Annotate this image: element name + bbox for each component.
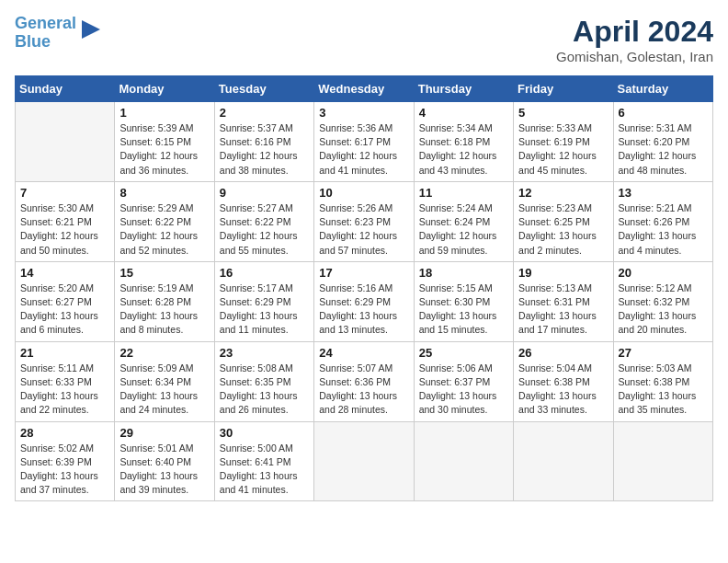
calendar-day: 29Sunrise: 5:01 AMSunset: 6:40 PMDayligh… — [115, 421, 214, 501]
day-of-week-header: Saturday — [613, 76, 712, 102]
day-number: 15 — [119, 266, 209, 280]
calendar-day: 10Sunrise: 5:26 AMSunset: 6:23 PMDayligh… — [314, 181, 414, 261]
day-info: Sunrise: 5:08 AMSunset: 6:35 PMDaylight:… — [220, 362, 309, 418]
calendar-day: 5Sunrise: 5:33 AMSunset: 6:19 PMDaylight… — [514, 102, 613, 182]
calendar-day: 4Sunrise: 5:34 AMSunset: 6:18 PMDaylight… — [414, 102, 513, 182]
day-info: Sunrise: 5:04 AMSunset: 6:38 PMDaylight:… — [518, 362, 608, 418]
svg-marker-0 — [82, 20, 100, 39]
day-info: Sunrise: 5:00 AMSunset: 6:41 PMDaylight:… — [220, 442, 309, 498]
calendar-day — [314, 421, 414, 501]
calendar-day: 26Sunrise: 5:04 AMSunset: 6:38 PMDayligh… — [514, 341, 613, 421]
day-info: Sunrise: 5:19 AMSunset: 6:28 PMDaylight:… — [119, 282, 209, 338]
calendar-day: 22Sunrise: 5:09 AMSunset: 6:34 PMDayligh… — [115, 341, 214, 421]
day-info: Sunrise: 5:31 AMSunset: 6:20 PMDaylight:… — [619, 121, 708, 178]
day-number: 29 — [119, 426, 209, 440]
day-info: Sunrise: 5:34 AMSunset: 6:18 PMDaylight:… — [419, 121, 508, 178]
calendar-day: 28Sunrise: 5:02 AMSunset: 6:39 PMDayligh… — [16, 421, 115, 501]
day-number: 20 — [619, 266, 708, 280]
day-number: 12 — [518, 186, 608, 200]
logo-arrow-icon — [78, 17, 104, 42]
week-row: 28Sunrise: 5:02 AMSunset: 6:39 PMDayligh… — [16, 421, 713, 501]
calendar-day: 21Sunrise: 5:11 AMSunset: 6:33 PMDayligh… — [16, 341, 115, 421]
calendar-day — [613, 421, 712, 501]
calendar-day: 7Sunrise: 5:30 AMSunset: 6:21 PMDaylight… — [16, 181, 115, 261]
day-number: 26 — [518, 346, 608, 360]
day-info: Sunrise: 5:24 AMSunset: 6:24 PMDaylight:… — [419, 201, 508, 258]
day-info: Sunrise: 5:01 AMSunset: 6:40 PMDaylight:… — [119, 442, 209, 498]
day-number: 22 — [119, 346, 209, 360]
day-info: Sunrise: 5:11 AMSunset: 6:33 PMDaylight:… — [20, 362, 109, 418]
day-number: 18 — [419, 266, 508, 280]
day-info: Sunrise: 5:21 AMSunset: 6:26 PMDaylight:… — [619, 201, 708, 258]
logo-text: General Blue — [15, 15, 76, 52]
day-info: Sunrise: 5:16 AMSunset: 6:29 PMDaylight:… — [319, 282, 408, 338]
day-info: Sunrise: 5:07 AMSunset: 6:36 PMDaylight:… — [319, 362, 408, 418]
day-number: 17 — [319, 266, 408, 280]
day-info: Sunrise: 5:37 AMSunset: 6:16 PMDaylight:… — [220, 121, 309, 178]
day-number: 2 — [220, 106, 309, 120]
day-info: Sunrise: 5:17 AMSunset: 6:29 PMDaylight:… — [220, 282, 309, 338]
week-row: 1Sunrise: 5:39 AMSunset: 6:15 PMDaylight… — [16, 102, 713, 182]
day-number: 27 — [619, 346, 708, 360]
day-info: Sunrise: 5:12 AMSunset: 6:32 PMDaylight:… — [619, 282, 708, 338]
day-info: Sunrise: 5:03 AMSunset: 6:38 PMDaylight:… — [619, 362, 708, 418]
calendar-day: 1Sunrise: 5:39 AMSunset: 6:15 PMDaylight… — [115, 102, 214, 182]
day-number: 6 — [619, 106, 708, 120]
day-number: 8 — [119, 186, 209, 200]
day-of-week-header: Sunday — [16, 76, 115, 102]
day-number: 3 — [319, 106, 408, 120]
week-row: 7Sunrise: 5:30 AMSunset: 6:21 PMDaylight… — [16, 181, 713, 261]
calendar-day: 11Sunrise: 5:24 AMSunset: 6:24 PMDayligh… — [414, 181, 513, 261]
calendar-day: 6Sunrise: 5:31 AMSunset: 6:20 PMDaylight… — [613, 102, 712, 182]
calendar-day: 30Sunrise: 5:00 AMSunset: 6:41 PMDayligh… — [214, 421, 313, 501]
calendar-day: 3Sunrise: 5:36 AMSunset: 6:17 PMDaylight… — [314, 102, 414, 182]
day-number: 14 — [20, 266, 109, 280]
day-number: 9 — [220, 186, 309, 200]
day-number: 23 — [220, 346, 309, 360]
calendar-day: 17Sunrise: 5:16 AMSunset: 6:29 PMDayligh… — [314, 261, 414, 341]
calendar-day: 13Sunrise: 5:21 AMSunset: 6:26 PMDayligh… — [613, 181, 712, 261]
day-info: Sunrise: 5:30 AMSunset: 6:21 PMDaylight:… — [20, 201, 109, 258]
day-info: Sunrise: 5:02 AMSunset: 6:39 PMDaylight:… — [20, 442, 109, 498]
day-of-week-header: Thursday — [414, 76, 513, 102]
day-of-week-header: Wednesday — [314, 76, 414, 102]
month-title: April 2024 — [556, 15, 713, 49]
logo: General Blue — [15, 15, 104, 52]
calendar-day: 27Sunrise: 5:03 AMSunset: 6:38 PMDayligh… — [613, 341, 712, 421]
calendar-day: 12Sunrise: 5:23 AMSunset: 6:25 PMDayligh… — [514, 181, 613, 261]
day-info: Sunrise: 5:27 AMSunset: 6:22 PMDaylight:… — [220, 201, 309, 258]
day-number: 24 — [319, 346, 408, 360]
calendar-day — [16, 102, 115, 182]
day-info: Sunrise: 5:15 AMSunset: 6:30 PMDaylight:… — [419, 282, 508, 338]
day-info: Sunrise: 5:06 AMSunset: 6:37 PMDaylight:… — [419, 362, 508, 418]
day-info: Sunrise: 5:26 AMSunset: 6:23 PMDaylight:… — [319, 201, 408, 258]
day-number: 30 — [220, 426, 309, 440]
calendar-day: 23Sunrise: 5:08 AMSunset: 6:35 PMDayligh… — [214, 341, 313, 421]
calendar-header-row: SundayMondayTuesdayWednesdayThursdayFrid… — [16, 76, 713, 102]
day-number: 16 — [220, 266, 309, 280]
week-row: 21Sunrise: 5:11 AMSunset: 6:33 PMDayligh… — [16, 341, 713, 421]
calendar-day: 25Sunrise: 5:06 AMSunset: 6:37 PMDayligh… — [414, 341, 513, 421]
week-row: 14Sunrise: 5:20 AMSunset: 6:27 PMDayligh… — [16, 261, 713, 341]
calendar-day — [514, 421, 613, 501]
day-number: 5 — [518, 106, 608, 120]
day-number: 1 — [119, 106, 209, 120]
day-info: Sunrise: 5:20 AMSunset: 6:27 PMDaylight:… — [20, 282, 109, 338]
day-number: 7 — [20, 186, 109, 200]
day-number: 4 — [419, 106, 508, 120]
calendar-day: 8Sunrise: 5:29 AMSunset: 6:22 PMDaylight… — [115, 181, 214, 261]
day-of-week-header: Tuesday — [214, 76, 313, 102]
calendar-day — [414, 421, 513, 501]
calendar-day: 20Sunrise: 5:12 AMSunset: 6:32 PMDayligh… — [613, 261, 712, 341]
calendar-day: 9Sunrise: 5:27 AMSunset: 6:22 PMDaylight… — [214, 181, 313, 261]
day-info: Sunrise: 5:29 AMSunset: 6:22 PMDaylight:… — [119, 201, 209, 258]
day-info: Sunrise: 5:23 AMSunset: 6:25 PMDaylight:… — [518, 201, 608, 258]
calendar-day: 19Sunrise: 5:13 AMSunset: 6:31 PMDayligh… — [514, 261, 613, 341]
day-info: Sunrise: 5:13 AMSunset: 6:31 PMDaylight:… — [518, 282, 608, 338]
day-info: Sunrise: 5:36 AMSunset: 6:17 PMDaylight:… — [319, 121, 408, 178]
day-number: 11 — [419, 186, 508, 200]
calendar-day: 14Sunrise: 5:20 AMSunset: 6:27 PMDayligh… — [16, 261, 115, 341]
calendar-day: 2Sunrise: 5:37 AMSunset: 6:16 PMDaylight… — [214, 102, 313, 182]
day-number: 28 — [20, 426, 109, 440]
calendar-day: 16Sunrise: 5:17 AMSunset: 6:29 PMDayligh… — [214, 261, 313, 341]
